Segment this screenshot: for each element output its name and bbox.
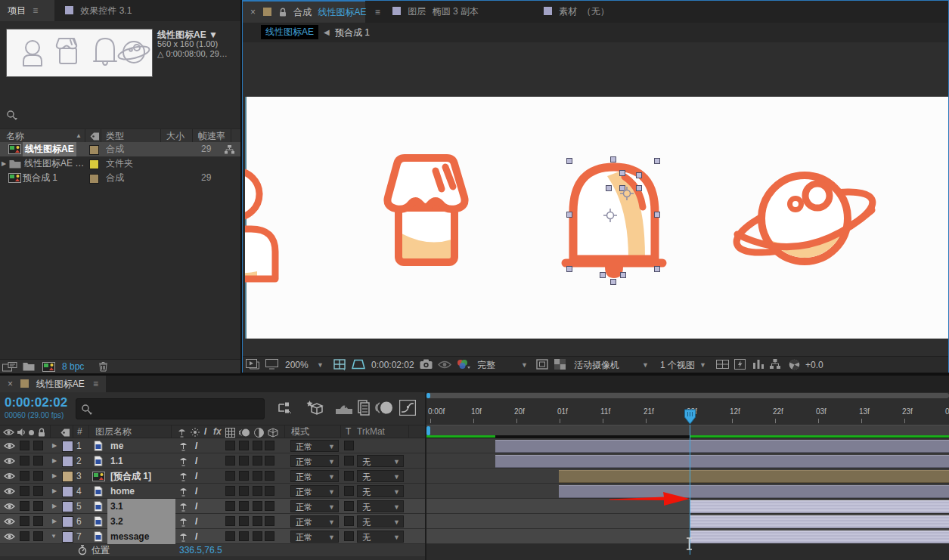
mode-column-header[interactable]: 模式 bbox=[291, 425, 309, 438]
collapse-switch-icon[interactable] bbox=[178, 532, 188, 542]
time-ruler[interactable]: 0:00f 10f 20f 01f 11f 21f 02f 12f 22f 03… bbox=[426, 398, 949, 425]
layer-name[interactable]: me bbox=[107, 438, 175, 453]
bit-depth[interactable]: 8 bpc bbox=[62, 360, 84, 373]
resolution-value[interactable]: 完整 bbox=[477, 357, 495, 374]
always-preview-icon[interactable] bbox=[246, 359, 259, 370]
blend-mode-select[interactable]: 正常▼ bbox=[290, 500, 339, 512]
label-color[interactable] bbox=[89, 174, 99, 184]
quality-switch[interactable]: / bbox=[195, 514, 197, 529]
quality-switch[interactable]: / bbox=[195, 469, 197, 484]
snapshot-camera-icon[interactable] bbox=[420, 359, 433, 370]
label-color[interactable] bbox=[89, 159, 99, 169]
label-column-icon[interactable] bbox=[60, 429, 70, 437]
region-of-interest-icon[interactable] bbox=[536, 359, 548, 370]
t-column-header[interactable]: T bbox=[346, 425, 351, 438]
blend-mode-select[interactable]: 正常▼ bbox=[290, 485, 339, 497]
anchor-point-icon[interactable] bbox=[603, 209, 617, 222]
eye-icon[interactable] bbox=[4, 533, 15, 540]
property-row-position[interactable]: 位置 336.5,76.5 bbox=[0, 544, 425, 556]
property-label[interactable]: 位置 bbox=[91, 544, 110, 556]
project-search[interactable] bbox=[3, 108, 237, 123]
collapse-switch-icon[interactable] bbox=[178, 441, 188, 451]
col-fps[interactable]: 帧速率 bbox=[198, 129, 225, 143]
breadcrumb-back-icon[interactable]: ◀ bbox=[324, 23, 330, 42]
trkmat-select[interactable]: 无▼ bbox=[357, 500, 404, 512]
store-icon[interactable] bbox=[365, 150, 486, 275]
t-switch[interactable] bbox=[344, 441, 354, 450]
col-type[interactable]: 类型 bbox=[106, 129, 124, 143]
solo-switch[interactable] bbox=[33, 441, 43, 450]
layer-expander[interactable]: ▶ bbox=[52, 484, 57, 499]
t-switch[interactable] bbox=[344, 501, 354, 511]
panel-menu-icon[interactable]: ≡ bbox=[93, 379, 98, 389]
transparency-grid-icon[interactable] bbox=[554, 359, 566, 370]
exposure-shutter-icon[interactable] bbox=[789, 359, 800, 370]
new-folder-icon[interactable] bbox=[23, 362, 35, 371]
layer-expander[interactable]: ▶ bbox=[52, 514, 57, 529]
collapse-switch-icon[interactable] bbox=[178, 456, 188, 466]
planet-icon[interactable] bbox=[725, 158, 884, 286]
close-icon[interactable]: × bbox=[250, 7, 256, 17]
eye-icon[interactable] bbox=[4, 442, 15, 450]
layer-bar-3-2[interactable] bbox=[690, 515, 949, 528]
sort-asc-icon[interactable]: ▲ bbox=[76, 129, 82, 143]
grid-guides-icon[interactable] bbox=[333, 359, 346, 370]
eye-icon[interactable] bbox=[4, 518, 15, 525]
new-composition-icon[interactable] bbox=[42, 362, 55, 372]
draft-3d-icon[interactable] bbox=[305, 400, 324, 416]
tab-effect-controls[interactable]: 效果控件 3.1 bbox=[65, 0, 132, 21]
graph-editor-icon[interactable] bbox=[399, 400, 416, 416]
layer-expander[interactable]: ▶ bbox=[52, 453, 57, 469]
layer-row-precomp[interactable]: ▶ 3 [预合成 1] / 正常▼ 无▼ bbox=[0, 469, 425, 484]
work-area-bar[interactable] bbox=[426, 425, 949, 436]
composition-canvas[interactable] bbox=[245, 97, 948, 339]
work-area-start-handle[interactable] bbox=[426, 426, 430, 435]
user-icon[interactable] bbox=[245, 161, 295, 286]
project-row-folder[interactable]: ▶ 线性图标AE … 文件夹 bbox=[0, 156, 240, 171]
trkmat-select[interactable]: 无▼ bbox=[357, 485, 404, 497]
mask-roi-icon[interactable] bbox=[352, 359, 365, 370]
layer-row-1-1[interactable]: ▶ 2 1.1 / 正常▼ 无▼ bbox=[0, 453, 425, 469]
playhead-marker[interactable] bbox=[684, 409, 696, 425]
layer-name-column-header[interactable]: 图层名称 bbox=[95, 425, 132, 438]
blend-mode-select[interactable]: 正常▼ bbox=[290, 515, 339, 528]
layer-label-color[interactable] bbox=[62, 486, 73, 497]
tab-project[interactable]: 项目 ≡ bbox=[0, 0, 54, 21]
index-column-header[interactable]: # bbox=[77, 425, 82, 438]
fast-previews-icon[interactable] bbox=[734, 359, 746, 370]
playhead-line[interactable] bbox=[690, 425, 690, 555]
breadcrumb-parent[interactable]: 预合成 1 bbox=[335, 23, 370, 42]
layer-label-color[interactable] bbox=[62, 456, 73, 467]
blend-mode-select[interactable]: 正常▼ bbox=[290, 455, 339, 467]
magnification-dropdown-icon[interactable]: ▼ bbox=[317, 357, 324, 374]
layer-bar-3-1[interactable] bbox=[690, 500, 949, 513]
layer-label-color[interactable] bbox=[62, 501, 73, 512]
layer-bar-me[interactable] bbox=[495, 440, 949, 453]
trkmat-column-header[interactable]: TrkMat bbox=[357, 425, 385, 438]
hide-shy-layers-icon[interactable] bbox=[336, 403, 352, 414]
layer-expander[interactable]: ▶ bbox=[52, 499, 57, 514]
camera-view-value[interactable]: 活动摄像机 bbox=[574, 357, 619, 374]
t-switch[interactable] bbox=[344, 456, 354, 466]
view-layout-value[interactable]: 1 个视图 bbox=[660, 357, 695, 374]
collapse-switch-icon[interactable] bbox=[178, 472, 188, 481]
folder-expander[interactable]: ▶ bbox=[2, 156, 6, 171]
collapse-switch-icon[interactable] bbox=[178, 487, 188, 497]
layer-label-color[interactable] bbox=[62, 441, 73, 452]
tab-composition[interactable]: × 合成 线性图标AE ≡ bbox=[243, 1, 365, 23]
interpret-footage-icon[interactable] bbox=[2, 362, 17, 372]
breadcrumb-current[interactable]: 线性图标AE bbox=[261, 25, 318, 39]
layer-bar-precomp[interactable] bbox=[559, 470, 949, 483]
layer-label-color[interactable] bbox=[62, 516, 73, 528]
collapse-switch-icon[interactable] bbox=[178, 517, 188, 527]
t-switch[interactable] bbox=[344, 486, 354, 496]
layer-row-me[interactable]: ▶ 1 me / 正常▼ bbox=[0, 438, 425, 453]
project-row-name[interactable]: 预合成 1 bbox=[23, 171, 57, 185]
audio-switch[interactable] bbox=[20, 441, 29, 450]
layer-name[interactable]: [预合成 1] bbox=[107, 469, 175, 484]
show-snapshot-icon[interactable] bbox=[438, 360, 451, 369]
main-monitor-icon[interactable] bbox=[265, 359, 278, 370]
label-color[interactable] bbox=[89, 145, 99, 155]
layer-name[interactable]: 3.2 bbox=[107, 514, 175, 529]
anchor-point-icon[interactable] bbox=[620, 187, 634, 200]
